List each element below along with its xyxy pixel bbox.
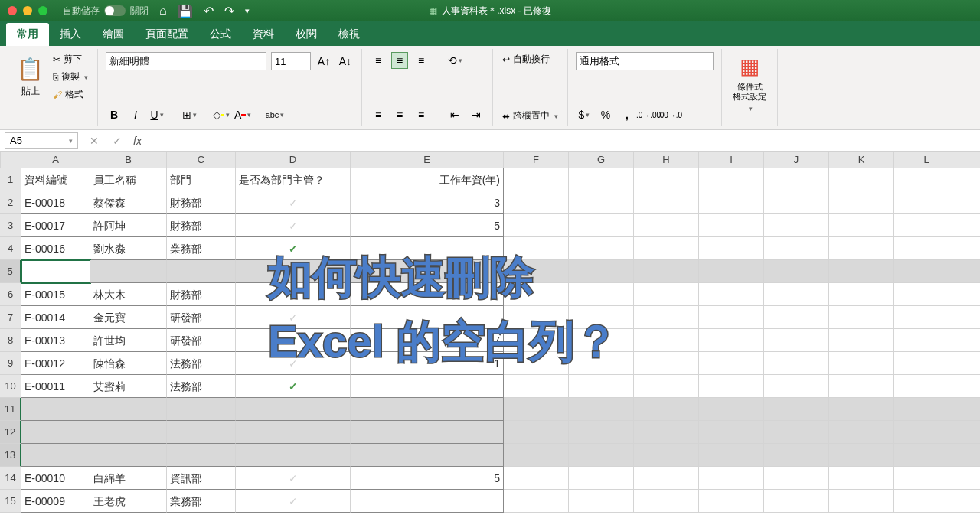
cell[interactable] (351, 237, 504, 260)
cell[interactable] (569, 191, 634, 214)
cell[interactable] (351, 398, 504, 421)
cell[interactable] (764, 467, 829, 490)
cell[interactable] (894, 260, 959, 283)
cell[interactable] (504, 260, 569, 283)
cell[interactable] (90, 398, 167, 421)
fill-color-button[interactable]: ◇ (213, 106, 230, 123)
cell[interactable] (894, 214, 959, 237)
cell[interactable] (959, 490, 980, 513)
cell[interactable] (569, 260, 634, 283)
format-painter-button[interactable]: 🖌格式 (51, 87, 90, 102)
tab-公式[interactable]: 公式 (199, 23, 242, 46)
cell[interactable] (90, 444, 167, 467)
cell[interactable] (351, 444, 504, 467)
row-header-2[interactable]: 2 (0, 191, 21, 214)
cell[interactable]: E-00011 (21, 375, 90, 398)
cell[interactable] (504, 375, 569, 398)
cell[interactable]: E-00013 (21, 329, 90, 352)
cell[interactable] (764, 306, 829, 329)
comma-button[interactable]: , (619, 106, 635, 123)
increase-indent-icon[interactable]: ⇥ (468, 106, 485, 123)
cell[interactable] (829, 260, 894, 283)
cell[interactable] (504, 306, 569, 329)
cell[interactable] (351, 306, 504, 329)
select-all-corner[interactable] (0, 152, 21, 168)
currency-button[interactable]: $ (576, 106, 593, 123)
bold-button[interactable]: B (106, 106, 122, 123)
cell[interactable]: E-00016 (21, 237, 90, 260)
cell[interactable] (504, 490, 569, 513)
cell[interactable] (569, 352, 634, 375)
cell[interactable] (894, 237, 959, 260)
cell[interactable] (634, 329, 699, 352)
cell[interactable] (764, 214, 829, 237)
cell[interactable] (959, 237, 980, 260)
cell[interactable] (764, 421, 829, 444)
cell[interactable] (764, 168, 829, 191)
row-header-14[interactable]: 14 (0, 467, 21, 490)
cell[interactable] (504, 237, 569, 260)
cell[interactable] (764, 375, 829, 398)
cell[interactable]: 劉水淼 (90, 237, 167, 260)
font-name-select[interactable] (106, 52, 266, 70)
cell[interactable]: 王老虎 (90, 490, 167, 513)
row-header-3[interactable]: 3 (0, 214, 21, 237)
cut-button[interactable]: ✂剪下 (51, 52, 90, 67)
row-header-6[interactable]: 6 (0, 283, 21, 306)
cell[interactable] (829, 214, 894, 237)
tab-常用[interactable]: 常用 (6, 23, 49, 46)
cell[interactable] (829, 421, 894, 444)
cell[interactable]: 許世均 (90, 329, 167, 352)
cell[interactable] (634, 467, 699, 490)
cell[interactable] (699, 421, 764, 444)
undo-icon[interactable]: ↶ (204, 4, 214, 18)
cell[interactable] (21, 398, 90, 421)
cell[interactable] (351, 375, 504, 398)
minimize-icon[interactable] (23, 6, 32, 15)
cell[interactable] (764, 490, 829, 513)
cell[interactable] (764, 191, 829, 214)
cell[interactable]: 業務部 (167, 490, 236, 513)
cell[interactable] (236, 260, 351, 283)
cell[interactable] (634, 191, 699, 214)
cell[interactable] (764, 398, 829, 421)
cell[interactable] (959, 306, 980, 329)
cell[interactable] (894, 444, 959, 467)
cell[interactable] (90, 421, 167, 444)
row-header-11[interactable]: 11 (0, 398, 21, 421)
decrease-indent-icon[interactable]: ⇤ (446, 106, 463, 123)
cell[interactable] (167, 444, 236, 467)
row-header-13[interactable]: 13 (0, 444, 21, 467)
cell[interactable] (634, 398, 699, 421)
cell[interactable] (569, 490, 634, 513)
cell[interactable] (569, 467, 634, 490)
cell[interactable] (894, 352, 959, 375)
col-header-J[interactable]: J (764, 152, 829, 168)
tab-校閱[interactable]: 校閱 (285, 23, 328, 46)
cell[interactable]: 蔡傑森 (90, 191, 167, 214)
cell[interactable] (167, 421, 236, 444)
cell[interactable] (569, 444, 634, 467)
cell[interactable] (764, 260, 829, 283)
cell[interactable]: ✓ (236, 283, 351, 306)
cell[interactable]: 是否為部門主管？ (236, 168, 351, 191)
cell[interactable]: 法務部 (167, 352, 236, 375)
cell[interactable] (634, 283, 699, 306)
cell[interactable]: 員工名稱 (90, 168, 167, 191)
cell[interactable] (569, 214, 634, 237)
cell[interactable] (894, 490, 959, 513)
cell[interactable]: 財務部 (167, 214, 236, 237)
cell[interactable] (894, 191, 959, 214)
cell[interactable]: 部門 (167, 168, 236, 191)
cell[interactable]: ✓ (236, 467, 351, 490)
cell[interactable] (634, 444, 699, 467)
cell[interactable] (569, 237, 634, 260)
increase-font-icon[interactable]: A↑ (315, 53, 332, 70)
col-header-H[interactable]: H (634, 152, 699, 168)
orientation-button[interactable]: ⟲ (446, 52, 463, 69)
decrease-decimal-icon[interactable]: .00→.0 (662, 106, 678, 123)
cell[interactable]: 法務部 (167, 375, 236, 398)
cell[interactable] (504, 398, 569, 421)
cell[interactable] (959, 398, 980, 421)
cell[interactable]: 林大木 (90, 283, 167, 306)
